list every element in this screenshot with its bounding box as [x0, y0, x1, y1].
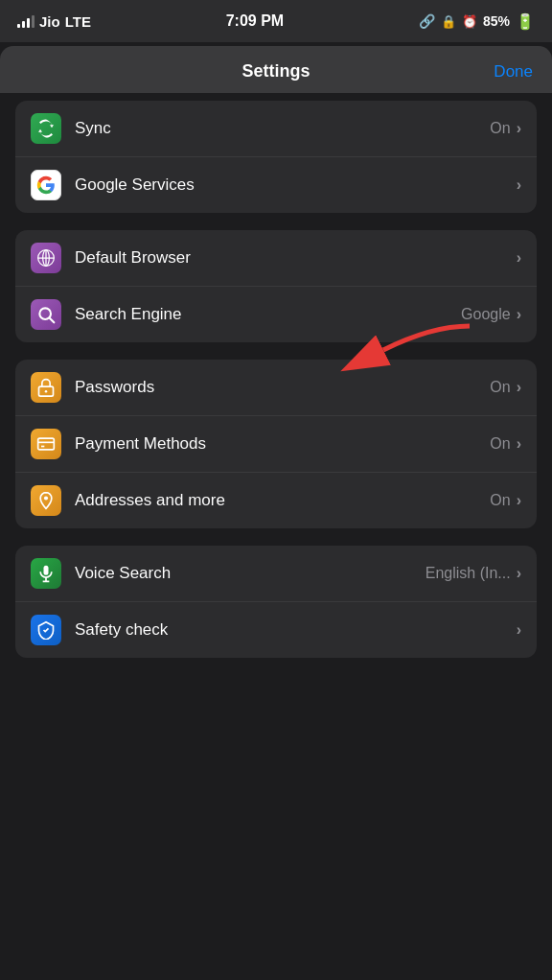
status-bar: Jio LTE 7:09 PM 🔗 🔒 ⏰ 85% 🔋	[0, 0, 552, 42]
addresses-label: Addresses and more	[75, 491, 490, 510]
default-browser-chevron: ›	[517, 249, 521, 267]
voice-icon	[31, 558, 61, 589]
signal-icon	[17, 14, 34, 28]
voice-search-value: English (In...	[426, 565, 511, 582]
google-services-label: Google Services	[75, 175, 517, 195]
battery-icon: 🔋	[516, 12, 535, 31]
network-label: LTE	[65, 13, 91, 30]
addresses-item[interactable]: Addresses and more On ›	[15, 473, 537, 528]
default-browser-item[interactable]: Default Browser ›	[15, 230, 537, 287]
page-title: Settings	[242, 61, 310, 82]
passwords-label: Passwords	[75, 378, 490, 397]
google-services-chevron: ›	[517, 176, 521, 194]
payment-methods-label: Payment Methods	[75, 434, 490, 454]
lock-icon: 🔒	[441, 14, 456, 29]
google-services-item[interactable]: Google Services ›	[15, 157, 537, 213]
sync-icon	[31, 113, 61, 144]
voice-search-item[interactable]: Voice Search English (In... ›	[15, 546, 537, 602]
link-icon: 🔗	[419, 13, 435, 29]
status-left: Jio LTE	[17, 13, 91, 30]
svg-line-5	[50, 318, 55, 323]
payment-methods-item[interactable]: Payment Methods On ›	[15, 416, 537, 473]
passwords-icon	[31, 372, 61, 403]
search-engine-chevron: ›	[517, 306, 521, 323]
search-engine-label: Search Engine	[75, 305, 461, 324]
addresses-chevron: ›	[517, 492, 521, 509]
browser-icon	[31, 243, 61, 273]
sync-chevron: ›	[517, 120, 521, 137]
section-voice-group: Voice Search English (In... › Safety che…	[15, 546, 537, 658]
sync-item[interactable]: Sync On ›	[15, 101, 537, 157]
default-browser-label: Default Browser	[75, 248, 517, 268]
passwords-value: On	[490, 379, 510, 396]
carrier-label: Jio	[39, 13, 60, 30]
payment-icon	[31, 429, 61, 459]
voice-search-label: Voice Search	[75, 564, 426, 583]
status-right: 🔗 🔒 ⏰ 85% 🔋	[419, 12, 535, 31]
search-engine-icon	[31, 299, 61, 330]
search-engine-value: Google	[461, 306, 511, 323]
svg-point-12	[44, 496, 48, 500]
svg-rect-9	[38, 438, 55, 450]
section-browser-group: Default Browser › Search Engine Google ›	[15, 230, 537, 342]
voice-search-chevron: ›	[517, 565, 521, 582]
google-icon	[31, 170, 61, 200]
done-button[interactable]: Done	[494, 62, 533, 82]
safety-icon	[31, 615, 61, 645]
alarm-icon: ⏰	[462, 14, 477, 29]
payment-chevron: ›	[517, 435, 521, 453]
sync-label: Sync	[75, 119, 490, 138]
section-top-group: Sync On › Google Services ›	[15, 101, 537, 213]
payment-value: On	[490, 435, 510, 453]
safety-check-chevron: ›	[517, 621, 521, 639]
addresses-value: On	[490, 492, 510, 509]
passwords-item[interactable]: Passwords On ›	[15, 360, 537, 416]
battery-label: 85%	[483, 13, 510, 29]
safety-check-item[interactable]: Safety check ›	[15, 602, 537, 658]
search-engine-item[interactable]: Search Engine Google ›	[15, 287, 537, 342]
svg-point-7	[45, 390, 48, 393]
passwords-chevron: ›	[517, 379, 521, 396]
section-autofill-group: Passwords On › Payment Methods On ›	[15, 360, 537, 528]
time-label: 7:09 PM	[226, 12, 284, 30]
svg-rect-13	[44, 566, 49, 575]
nav-bar: Settings Done	[0, 46, 552, 93]
sync-value: On	[490, 120, 510, 137]
address-icon	[31, 485, 61, 516]
safety-check-label: Safety check	[75, 620, 517, 640]
